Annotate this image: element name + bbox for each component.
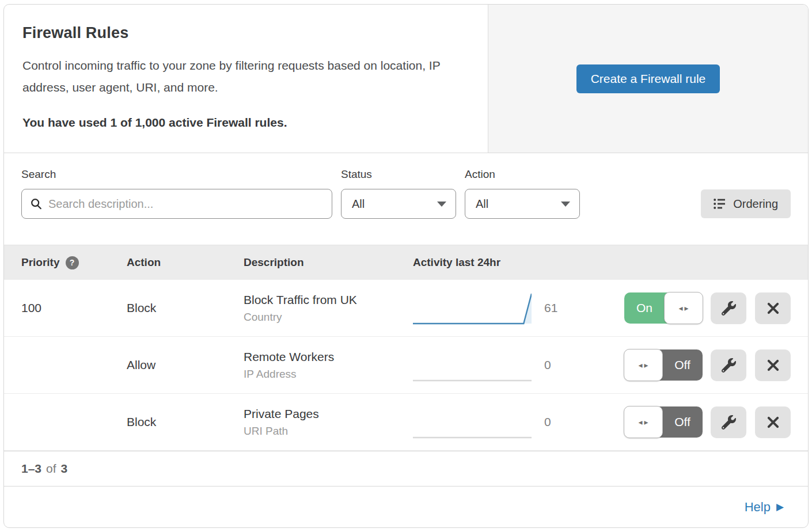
ordering-button-label: Ordering bbox=[733, 197, 778, 211]
toggle-drag-icon: ◂ bbox=[638, 360, 642, 370]
filter-bar: Search Status All Action All bbox=[4, 153, 808, 245]
rule-enabled-toggle[interactable]: On ◂▸ bbox=[624, 292, 703, 324]
toggle-drag-icon: ◂ bbox=[678, 303, 682, 313]
wrench-icon bbox=[722, 301, 736, 316]
search-icon bbox=[30, 197, 43, 210]
chevron-down-icon bbox=[561, 202, 570, 207]
status-selected-value: All bbox=[352, 197, 365, 211]
table-header-row: Priority ? Action Description Activity l… bbox=[4, 245, 808, 280]
column-header-priority: Priority bbox=[21, 256, 60, 269]
usage-note: You have used 1 of 1,000 active Firewall… bbox=[22, 116, 469, 130]
pagination-range: 1–3 bbox=[21, 462, 41, 476]
delete-rule-button[interactable] bbox=[755, 292, 791, 324]
wrench-icon bbox=[722, 358, 736, 373]
status-filter-group: Status All bbox=[341, 168, 456, 219]
activity-count: 0 bbox=[534, 415, 586, 429]
action-label: Action bbox=[465, 168, 580, 181]
rule-description-cell: Block Traffic from UK Country bbox=[244, 293, 413, 324]
table-row: 100 Block Block Traffic from UK Country … bbox=[4, 280, 808, 337]
toggle-drag-icon: ◂ bbox=[638, 417, 642, 427]
search-label: Search bbox=[21, 168, 332, 181]
rule-match-type: Country bbox=[244, 311, 413, 324]
toggle-knob[interactable]: ◂▸ bbox=[624, 349, 663, 381]
delete-rule-button[interactable] bbox=[755, 349, 791, 381]
rule-priority: 100 bbox=[21, 301, 127, 315]
firewall-rules-panel: Firewall Rules Control incoming traffic … bbox=[3, 4, 809, 528]
wrench-icon bbox=[722, 415, 736, 430]
status-label: Status bbox=[341, 168, 456, 181]
edit-rule-button[interactable] bbox=[711, 349, 746, 381]
column-header-description: Description bbox=[244, 256, 413, 269]
rule-enabled-toggle[interactable]: Off ◂▸ bbox=[624, 406, 703, 438]
action-filter-group: Action All bbox=[465, 168, 580, 219]
rule-description-cell: Remote Workers IP Address bbox=[244, 350, 413, 381]
help-link-label: Help bbox=[745, 500, 771, 515]
page-description: Control incoming traffic to your zone by… bbox=[22, 55, 466, 98]
search-group: Search bbox=[21, 168, 332, 219]
activity-count: 61 bbox=[534, 301, 586, 315]
activity-sparkline bbox=[413, 348, 532, 382]
table-row: Block Private Pages URI Path 0 Off ◂▸ bbox=[4, 394, 808, 451]
search-input[interactable] bbox=[48, 197, 324, 211]
pagination-bar: 1–3 of 3 bbox=[4, 451, 808, 486]
search-box[interactable] bbox=[21, 189, 332, 219]
activity-count: 0 bbox=[534, 358, 586, 372]
rule-name: Block Traffic from UK bbox=[244, 293, 413, 307]
pagination-total: 3 bbox=[61, 462, 68, 476]
chevron-down-icon bbox=[437, 202, 446, 207]
toggle-state-label: On bbox=[624, 292, 665, 324]
rule-action: Block bbox=[127, 415, 244, 429]
edit-rule-button[interactable] bbox=[711, 406, 746, 438]
priority-help-icon[interactable]: ? bbox=[66, 256, 79, 269]
pagination-of: of bbox=[46, 462, 56, 476]
toggle-knob[interactable]: ◂▸ bbox=[664, 292, 703, 324]
delete-rule-button[interactable] bbox=[755, 406, 791, 438]
rule-enabled-toggle[interactable]: Off ◂▸ bbox=[624, 349, 703, 381]
ordering-button[interactable]: Ordering bbox=[701, 189, 791, 218]
help-bar: Help ▶ bbox=[4, 486, 808, 527]
rule-match-type: IP Address bbox=[244, 368, 413, 381]
help-link[interactable]: Help ▶ bbox=[745, 500, 784, 515]
action-selected-value: All bbox=[476, 197, 488, 211]
table-row: Allow Remote Workers IP Address 0 Off ◂▸ bbox=[4, 337, 808, 394]
action-select[interactable]: All bbox=[465, 189, 580, 219]
edit-rule-button[interactable] bbox=[711, 292, 746, 324]
toggle-drag-icon: ▸ bbox=[644, 360, 648, 370]
caret-right-icon: ▶ bbox=[776, 501, 784, 513]
toggle-knob[interactable]: ◂▸ bbox=[624, 406, 663, 438]
rule-name: Private Pages bbox=[244, 407, 413, 421]
ordering-list-icon bbox=[714, 198, 726, 210]
toggle-drag-icon: ▸ bbox=[685, 303, 689, 313]
column-header-action: Action bbox=[127, 256, 244, 269]
header-text-block: Firewall Rules Control incoming traffic … bbox=[4, 5, 488, 153]
rule-action: Allow bbox=[127, 358, 244, 372]
close-icon bbox=[767, 359, 780, 372]
status-select[interactable]: All bbox=[341, 189, 456, 219]
toggle-state-label: Off bbox=[662, 406, 703, 438]
toggle-state-label: Off bbox=[662, 349, 703, 381]
activity-sparkline bbox=[413, 291, 532, 325]
rule-description-cell: Private Pages URI Path bbox=[244, 407, 413, 438]
rule-action: Block bbox=[127, 301, 244, 315]
activity-sparkline bbox=[413, 405, 532, 439]
rule-name: Remote Workers bbox=[244, 350, 413, 364]
column-header-activity: Activity last 24hr bbox=[413, 256, 586, 269]
page-title: Firewall Rules bbox=[22, 24, 469, 42]
close-icon bbox=[767, 302, 780, 315]
toggle-drag-icon: ▸ bbox=[644, 417, 648, 427]
close-icon bbox=[767, 416, 780, 429]
create-firewall-rule-button[interactable]: Create a Firewall rule bbox=[576, 64, 720, 93]
header-action-panel: Create a Firewall rule bbox=[488, 5, 808, 153]
rule-match-type: URI Path bbox=[244, 425, 413, 438]
header-section: Firewall Rules Control incoming traffic … bbox=[4, 5, 808, 153]
